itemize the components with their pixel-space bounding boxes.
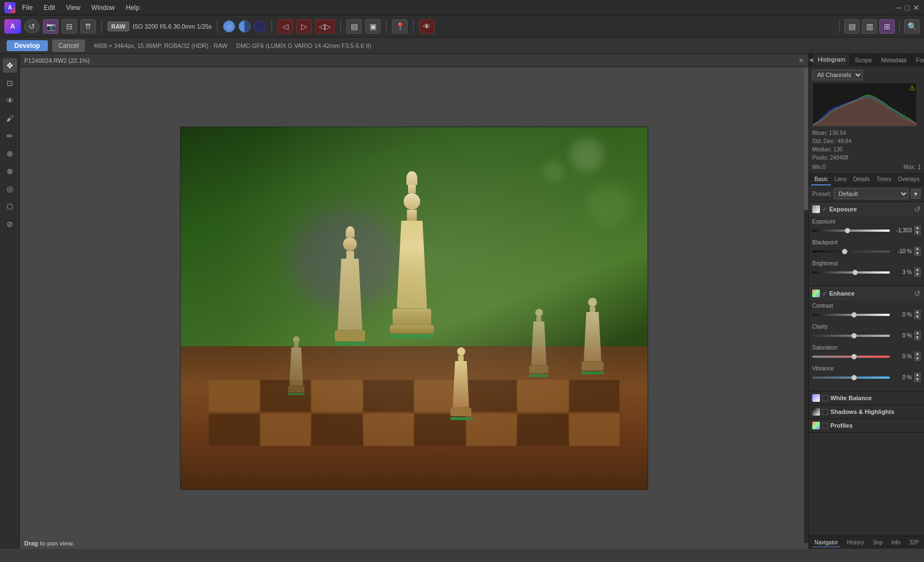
vibrance-down[interactable]: ▼ — [914, 378, 921, 382]
tool-crop[interactable]: ⊡ — [3, 76, 17, 90]
vibrance-thumb[interactable] — [851, 375, 857, 380]
tab-histogram[interactable]: Histogram — [813, 54, 850, 66]
toolbar-right-btn[interactable]: ▷ — [296, 19, 312, 34]
exposure-section: ✓ Exposure ↺ Exposure -1,303 — [809, 202, 924, 286]
saturation-up[interactable]: ▲ — [914, 352, 921, 356]
enhance-reset[interactable]: ↺ — [914, 289, 921, 298]
tool-move[interactable]: ✥ — [3, 58, 17, 73]
saturation-down[interactable]: ▼ — [914, 357, 921, 361]
toolbar-share-btn[interactable]: ⇈ — [80, 19, 96, 34]
toolbar-search-btn[interactable]: 🔍 — [904, 19, 920, 34]
toolbar-pin-btn[interactable]: 📍 — [392, 19, 407, 34]
camera-info: DMC-GF6 (LUMIX G VARIO 14-42mm F3.5-5.6 … — [236, 42, 371, 49]
blackpoint-down[interactable]: ▼ — [914, 252, 921, 256]
exposure-reset[interactable]: ↺ — [914, 205, 921, 214]
contrast-up[interactable]: ▲ — [914, 310, 921, 314]
tab-scope[interactable]: Scope — [850, 54, 877, 66]
wb-check[interactable] — [822, 395, 828, 401]
tool-clone[interactable]: ⊕ — [3, 146, 17, 161]
exposure-slider[interactable] — [812, 230, 890, 232]
menu-edit[interactable]: Edit — [39, 3, 59, 13]
exposure-check[interactable]: ✓ — [822, 206, 827, 213]
exposure-up[interactable]: ▲ — [914, 226, 921, 230]
adj-tab-details[interactable]: Details — [850, 174, 873, 185]
toolbar-split-btn[interactable] — [238, 20, 251, 32]
sh-check[interactable] — [822, 409, 828, 415]
white-balance-header[interactable]: White Balance — [809, 391, 924, 405]
preset-select[interactable]: Default — [834, 188, 909, 199]
menu-help[interactable]: Help — [122, 3, 144, 13]
exposure-thumb[interactable] — [845, 228, 850, 233]
blackpoint-thumb[interactable] — [842, 249, 847, 254]
enhance-section-header[interactable]: ✓ Enhance ↺ — [809, 286, 924, 301]
adj-tab-tones[interactable]: Tones — [873, 174, 895, 185]
tool-brush[interactable]: 🖌 — [3, 111, 17, 126]
exposure-section-header[interactable]: ✓ Exposure ↺ — [809, 202, 924, 216]
toolbar-view3-btn[interactable]: ⊞ — [879, 19, 895, 34]
toolbar-develop-btn[interactable]: 📷 — [43, 19, 58, 34]
cancel-button[interactable]: Cancel — [52, 40, 85, 52]
sh-header[interactable]: Shadows & Highlights — [809, 405, 924, 418]
preset-menu-btn[interactable]: ▼ — [911, 189, 921, 199]
clarity-down[interactable]: ▼ — [914, 336, 921, 340]
adj-tab-lens[interactable]: Lens — [831, 174, 850, 185]
toolbar-mask-btn[interactable]: ▣ — [365, 19, 381, 34]
tab-focus[interactable]: Focus — [911, 54, 924, 66]
brightness-down[interactable]: ▼ — [914, 272, 921, 277]
bottom-tab-info[interactable]: Info — [889, 538, 903, 547]
blackpoint-up[interactable]: ▲ — [914, 247, 921, 251]
saturation-thumb[interactable] — [851, 354, 857, 359]
tool-red-eye[interactable]: ◎ — [3, 182, 17, 196]
toolbar-refresh-btn[interactable]: ↺ — [24, 19, 40, 34]
brightness-thumb[interactable] — [852, 270, 858, 275]
bottom-tab-history[interactable]: History — [845, 538, 866, 547]
contrast-slider[interactable] — [812, 314, 890, 316]
clarity-thumb[interactable] — [851, 333, 857, 339]
brightness-slider[interactable] — [812, 271, 890, 274]
toolbar-view2-btn[interactable]: ▥ — [862, 19, 877, 34]
exposure-down[interactable]: ▼ — [914, 231, 921, 235]
canvas-close[interactable]: ✕ — [798, 57, 804, 64]
histogram-header: All Channels — [812, 69, 921, 80]
tool-erase[interactable]: ⊘ — [3, 217, 17, 231]
tool-patch[interactable]: ⊗ — [3, 164, 17, 178]
enhance-check[interactable]: ✓ — [822, 290, 827, 297]
bottom-tab-navigator[interactable]: Navigator — [812, 538, 840, 547]
profiles-check[interactable] — [822, 423, 828, 429]
tool-transform[interactable]: ⬡ — [3, 199, 17, 214]
toolbar-layers-btn[interactable]: ▤ — [346, 19, 362, 34]
adj-tab-overlays[interactable]: Overlays — [894, 174, 922, 185]
blackpoint-slider[interactable] — [812, 250, 890, 253]
toolbar-view1-btn[interactable]: ▤ — [844, 19, 860, 34]
bottom-tab-snp[interactable]: Snp — [871, 538, 885, 547]
panel-collapse-btn[interactable]: ◀ — [809, 57, 813, 63]
menu-window[interactable]: Window — [87, 3, 119, 13]
contrast-down[interactable]: ▼ — [914, 315, 921, 319]
toolbar-home-btn[interactable]: A — [4, 19, 21, 34]
tool-pencil[interactable]: ✏ — [3, 129, 17, 143]
toolbar-half-btn[interactable] — [254, 20, 266, 32]
canvas-vscroll[interactable] — [804, 67, 808, 543]
saturation-slider[interactable] — [812, 356, 890, 358]
contrast-thumb[interactable] — [851, 312, 857, 318]
toolbar-circle-btn[interactable]: ○ — [223, 20, 235, 32]
bottom-tab-32p[interactable]: 32P — [907, 538, 921, 547]
clarity-up[interactable]: ▲ — [914, 331, 921, 335]
develop-button[interactable]: Develop — [7, 40, 48, 51]
adj-tab-basic[interactable]: Basic — [811, 174, 831, 185]
toolbar-waveform-btn[interactable]: ⊟ — [62, 19, 77, 34]
tool-eye[interactable]: 👁 — [3, 94, 17, 108]
toolbar-lr-btn[interactable]: ◁▷ — [315, 19, 335, 34]
clarity-slider[interactable] — [812, 335, 890, 337]
histogram-channel-select[interactable]: All Channels — [812, 69, 863, 80]
menu-view[interactable]: View — [62, 3, 85, 13]
menu-file[interactable]: File — [18, 3, 37, 13]
profiles-header[interactable]: Profiles — [809, 419, 924, 432]
brightness-up[interactable]: ▲ — [914, 268, 921, 272]
tab-metadata[interactable]: Metadata — [877, 54, 911, 66]
toolbar-left-btn[interactable]: ◁ — [278, 19, 293, 34]
canvas-content[interactable] — [20, 67, 808, 549]
vibrance-up[interactable]: ▲ — [914, 373, 921, 377]
toolbar-red-eye-btn[interactable]: 👁 — [419, 19, 434, 34]
vibrance-slider[interactable] — [812, 377, 890, 379]
